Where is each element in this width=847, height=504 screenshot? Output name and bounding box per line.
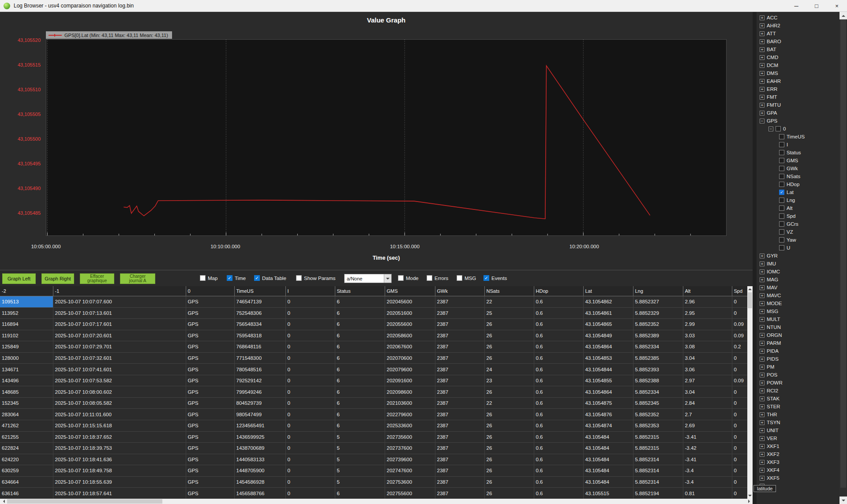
table-cell[interactable]: 636146 — [0, 488, 53, 499]
table-cell[interactable]: 2387 — [435, 341, 484, 353]
table-cell[interactable]: 0 — [285, 409, 335, 420]
table-cell[interactable]: 0 — [285, 431, 335, 443]
table-cell[interactable]: 2387 — [435, 352, 484, 364]
table-cell[interactable]: 6 — [335, 409, 385, 420]
table-cell[interactable]: 5.8852385 — [633, 352, 683, 364]
table-cell[interactable]: 202739600 — [385, 454, 435, 465]
tree-item-pos[interactable]: +POS — [757, 371, 840, 379]
tree-item-eahr[interactable]: +EAHR — [757, 77, 840, 85]
table-cell[interactable]: 2025-10-07 10:07:07.600 — [53, 296, 186, 308]
table-cell[interactable]: 0.6 — [534, 341, 583, 353]
table-cell[interactable]: 26 — [484, 330, 534, 341]
table-cell[interactable]: 202051600 — [385, 307, 435, 319]
table-cell[interactable]: 202747600 — [385, 465, 435, 477]
unchecked-checkbox-icon[interactable] — [779, 213, 784, 219]
table-cell[interactable]: 109513 — [0, 296, 53, 308]
table-row[interactable]: 4712622025-10-07 10:15:15.618GPS12345654… — [0, 420, 747, 432]
table-cell[interactable]: 24 — [484, 364, 534, 375]
unchecked-checkbox-icon[interactable] — [200, 275, 206, 281]
table-cell[interactable]: 2387 — [435, 330, 484, 341]
tree-item-pids[interactable]: +PIDS — [757, 355, 840, 363]
table-cell[interactable]: 0.09 — [732, 319, 747, 330]
table-cell[interactable]: 756548334 — [234, 319, 285, 330]
table-cell[interactable]: 0 — [732, 296, 747, 308]
column-header-GMS[interactable]: GMS — [385, 286, 435, 296]
table-cell[interactable]: 0.6 — [534, 454, 583, 465]
table-cell[interactable]: 0 — [732, 420, 747, 432]
table-row[interactable]: 6302592025-10-07 10:18:49.758GPS14487059… — [0, 465, 747, 477]
unchecked-checkbox-icon[interactable] — [779, 198, 784, 203]
table-cell[interactable]: GPS — [186, 341, 234, 353]
table-cell[interactable]: 0 — [285, 296, 335, 308]
table-vertical-scrollbar[interactable] — [747, 286, 753, 499]
table-cell[interactable]: 1436599925 — [234, 431, 285, 443]
table-cell[interactable]: 26 — [484, 386, 534, 398]
expand-icon[interactable]: + — [760, 79, 765, 84]
checkbox-mode[interactable]: Mode — [398, 275, 419, 281]
expand-icon[interactable]: + — [760, 404, 765, 409]
tree-item-ster[interactable]: +STER — [757, 403, 840, 411]
graph-right-button[interactable]: Graph Right — [41, 273, 74, 284]
table-cell[interactable]: GPS — [186, 443, 234, 454]
load-log-a-button[interactable]: Chargerjournal A — [120, 273, 155, 284]
table-cell[interactable]: 2387 — [435, 476, 484, 488]
table-cell[interactable]: 0 — [732, 431, 747, 443]
table-cell[interactable]: 2387 — [435, 465, 484, 477]
table-cell[interactable]: 43.1054862 — [583, 296, 633, 308]
expand-icon[interactable]: + — [760, 420, 765, 425]
table-cell[interactable]: 804529739 — [234, 397, 285, 409]
expand-icon[interactable]: + — [760, 341, 765, 346]
table-cell[interactable]: 771548300 — [234, 352, 285, 364]
table-cell[interactable]: 0 — [732, 465, 747, 477]
table-cell[interactable]: 0 — [285, 420, 335, 432]
expand-icon[interactable]: + — [760, 436, 765, 441]
column-header-minus1[interactable]: -1 — [53, 286, 186, 296]
table-cell[interactable]: 2025-10-07 10:07:53.582 — [53, 375, 186, 386]
table-row[interactable]: 6212552025-10-07 10:18:37.652GPS14365999… — [0, 431, 747, 443]
plot-area[interactable] — [46, 39, 727, 236]
table-cell[interactable]: 0 — [285, 454, 335, 465]
table-cell[interactable]: GPS — [186, 296, 234, 308]
expand-icon[interactable]: + — [760, 452, 765, 457]
maximize-icon[interactable]: □ — [806, 0, 827, 11]
table-cell[interactable]: 2025-10-07 10:07:32.601 — [53, 352, 186, 364]
table-cell[interactable]: 22 — [484, 296, 534, 308]
table-cell[interactable]: 2025-10-07 10:18:37.652 — [53, 431, 186, 443]
tree-item-alt[interactable]: Alt — [757, 204, 840, 212]
expand-icon[interactable]: + — [760, 55, 765, 60]
table-cell[interactable]: 152345 — [0, 397, 53, 409]
table-cell[interactable]: 202091600 — [385, 375, 435, 386]
table-cell[interactable]: 0 — [732, 397, 747, 409]
plot-canvas[interactable] — [46, 40, 726, 235]
unchecked-checkbox-icon[interactable] — [776, 126, 781, 131]
table-cell[interactable]: 1456588766 — [234, 488, 285, 499]
expand-icon[interactable]: + — [760, 388, 765, 393]
tree-item-pm[interactable]: +PM — [757, 363, 840, 371]
table-cell[interactable]: 43.105484 — [583, 465, 633, 477]
table-cell[interactable]: 2025-10-07 10:07:17.601 — [53, 319, 186, 330]
horizontal-scroll-thumb[interactable] — [7, 499, 162, 504]
series-filter-dropdown[interactable]: a/None — [344, 274, 392, 283]
tree-item-msg[interactable]: +MSG — [757, 307, 840, 315]
table-cell[interactable]: 0.6 — [534, 420, 583, 432]
table-cell[interactable]: 43.105484 — [583, 431, 633, 443]
table-cell[interactable]: 2025-10-07 10:18:57.641 — [53, 488, 186, 499]
checked-checkbox-icon[interactable]: ✓ — [483, 275, 489, 281]
table-cell[interactable]: GPS — [186, 330, 234, 341]
table-cell[interactable]: 5.8852334 — [633, 386, 683, 398]
table-cell[interactable]: 471262 — [0, 420, 53, 432]
table-cell[interactable]: 0.6 — [534, 364, 583, 375]
table-cell[interactable]: GPS — [186, 488, 234, 499]
table-cell[interactable]: 2025-10-07 10:11:01.600 — [53, 409, 186, 420]
unchecked-checkbox-icon[interactable] — [779, 229, 784, 235]
table-cell[interactable]: 2025-10-07 10:18:39.753 — [53, 443, 186, 454]
column-header-0[interactable]: 0 — [186, 286, 234, 296]
column-header-Alt[interactable]: Alt — [683, 286, 732, 296]
checkbox-msg[interactable]: MSG — [457, 275, 476, 281]
expand-icon[interactable]: + — [760, 47, 765, 52]
table-cell[interactable]: 43.105484 — [583, 443, 633, 454]
table-cell[interactable]: 2025-10-07 10:07:13.601 — [53, 307, 186, 319]
tree-item-lng[interactable]: Lng — [757, 196, 840, 204]
table-cell[interactable]: 6 — [335, 420, 385, 432]
table-cell[interactable]: 5.8852345 — [633, 397, 683, 409]
